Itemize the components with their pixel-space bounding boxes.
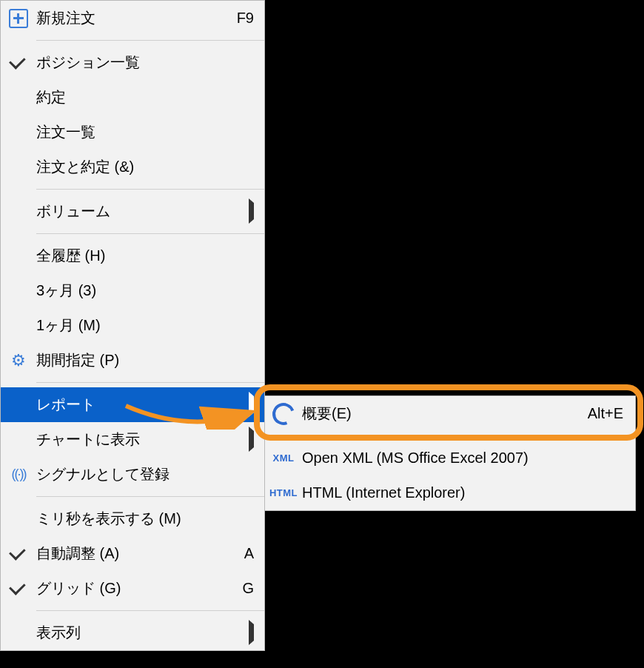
submenu-item-open-xml[interactable]: XML Open XML (MS Office Excel 2007)	[265, 441, 635, 475]
menu-item-shortcut: A	[244, 545, 254, 562]
menu-item-label: チャートに表示	[36, 430, 249, 450]
menu-separator	[36, 233, 264, 234]
menu-item-label: グリッド (G)	[36, 578, 235, 598]
check-icon	[1, 549, 36, 558]
signal-icon: ((·))	[1, 467, 36, 482]
menu-item-label: 全履歴 (H)	[36, 246, 254, 266]
menu-item-label: 約定	[36, 87, 254, 107]
menu-item-label: 自動調整 (A)	[36, 544, 237, 564]
menu-item-1month[interactable]: 1ヶ月 (M)	[1, 308, 264, 343]
menu-item-label: 表示列	[36, 623, 249, 643]
submenu-arrow-icon	[249, 431, 254, 448]
gear-icon: ⚙	[1, 353, 36, 369]
menu-item-orders-fills[interactable]: 注文と約定 (&)	[1, 150, 264, 184]
submenu-arrow-icon	[249, 203, 254, 220]
menu-item-all-history[interactable]: 全履歴 (H)	[1, 238, 264, 273]
menu-item-label: 注文と約定 (&)	[36, 157, 254, 177]
html-icon: HTML	[265, 487, 302, 498]
check-icon	[1, 58, 36, 67]
menu-item-label: ポジション一覧	[36, 53, 254, 73]
menu-item-label: ボリューム	[36, 201, 249, 221]
submenu-arrow-icon	[249, 396, 254, 413]
plus-box-icon	[1, 9, 36, 28]
chart-icon	[265, 403, 302, 425]
menu-item-new-order[interactable]: 新規注文 F9	[1, 1, 264, 36]
report-submenu: 概要(E) Alt+E XML Open XML (MS Office Exce…	[264, 395, 636, 511]
check-icon	[1, 584, 36, 593]
menu-item-label: 3ヶ月 (3)	[36, 281, 254, 301]
menu-item-volume[interactable]: ボリューム	[1, 194, 264, 229]
menu-item-auto-adjust[interactable]: 自動調整 (A) A	[1, 536, 264, 571]
menu-item-positions[interactable]: ポジション一覧	[1, 45, 264, 80]
menu-item-shortcut: G	[242, 580, 254, 597]
xml-icon: XML	[265, 452, 302, 464]
menu-item-columns[interactable]: 表示列	[1, 615, 264, 650]
menu-item-label: 期間指定 (P)	[36, 350, 254, 370]
submenu-item-label: Open XML (MS Office Excel 2007)	[302, 450, 623, 467]
submenu-item-html[interactable]: HTML HTML (Internet Explorer)	[265, 475, 635, 510]
menu-item-orders[interactable]: 注文一覧	[1, 115, 264, 150]
menu-item-label: 1ヶ月 (M)	[36, 315, 254, 335]
submenu-item-summary[interactable]: 概要(E) Alt+E	[265, 396, 635, 431]
menu-item-label: レポート	[36, 395, 249, 415]
menu-item-register-signal[interactable]: ((·)) シグナルとして登録	[1, 457, 264, 492]
menu-item-label: 注文一覧	[36, 122, 254, 142]
menu-item-shortcut: F9	[237, 10, 254, 27]
menu-item-label: 新規注文	[36, 8, 229, 28]
menu-item-grid[interactable]: グリッド (G) G	[1, 571, 264, 606]
menu-item-show-ms[interactable]: ミリ秒を表示する (M)	[1, 501, 264, 536]
menu-item-fills[interactable]: 約定	[1, 80, 264, 115]
menu-separator	[36, 40, 264, 41]
submenu-item-label: 概要(E)	[302, 404, 580, 424]
menu-item-label: ミリ秒を表示する (M)	[36, 509, 254, 529]
menu-item-show-on-chart[interactable]: チャートに表示	[1, 422, 264, 457]
menu-separator	[302, 435, 635, 436]
menu-item-3months[interactable]: 3ヶ月 (3)	[1, 273, 264, 308]
submenu-item-label: HTML (Internet Explorer)	[302, 484, 623, 501]
context-menu: 新規注文 F9 ポジション一覧 約定 注文一覧 注文と約定 (&) ボリューム …	[0, 0, 265, 651]
menu-separator	[36, 189, 264, 190]
menu-separator	[36, 496, 264, 497]
menu-item-label: シグナルとして登録	[36, 464, 254, 484]
menu-separator	[36, 382, 264, 383]
submenu-arrow-icon	[249, 624, 254, 641]
submenu-item-shortcut: Alt+E	[588, 405, 623, 422]
menu-item-custom-period[interactable]: ⚙ 期間指定 (P)	[1, 343, 264, 378]
menu-separator	[36, 610, 264, 611]
menu-item-report[interactable]: レポート	[1, 387, 264, 422]
